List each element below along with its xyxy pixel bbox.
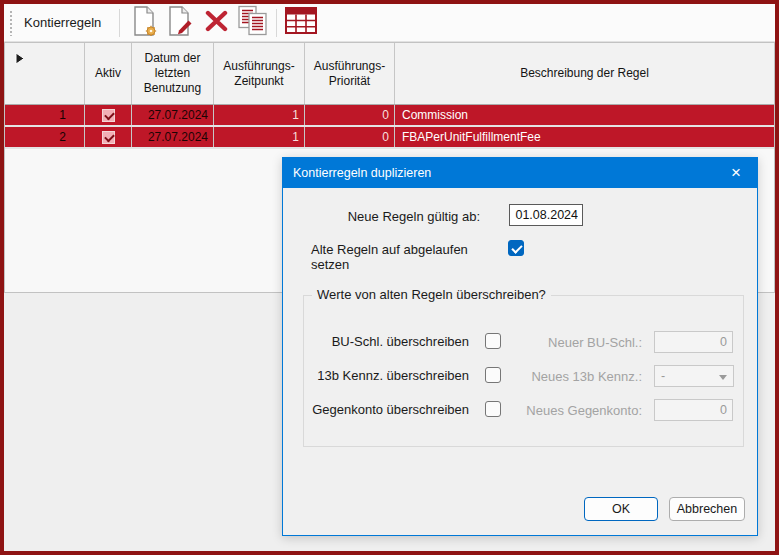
dialog-titlebar[interactable]: Kontierregeln duplizieren × (283, 158, 757, 188)
table-grid-icon (285, 7, 317, 38)
beschreibung-cell: FBAPerUnitFulfillmentFee (395, 127, 774, 147)
row-number: 1 (5, 105, 85, 125)
delete-icon (205, 10, 228, 36)
new-document-icon (131, 6, 158, 40)
column-header-prioritaet[interactable]: Ausführungs-Priorität (305, 43, 395, 104)
datum-cell: 27.07.2024 (132, 105, 214, 125)
bu-value-label: Neuer BU-Schl.: (499, 335, 642, 350)
gegenkonto-value-input (654, 399, 733, 421)
aktiv-cell[interactable] (85, 127, 132, 147)
toolbar-title: Kontierregeln (24, 15, 101, 30)
dialog-title: Kontierregeln duplizieren (293, 166, 431, 180)
prioritaet-cell: 0 (305, 105, 395, 125)
zeitpunkt-cell: 1 (214, 127, 305, 147)
bu-overwrite-label: BU-Schl. überschreiben (304, 334, 469, 349)
cancel-button[interactable]: Abbrechen (669, 497, 745, 521)
zeitpunkt-cell: 1 (214, 105, 305, 125)
duplicate-rules-button[interactable] (234, 6, 270, 40)
bu-value-input (654, 331, 733, 353)
edit-document-icon (167, 6, 194, 40)
kennz13b-value-dropdown: - (654, 365, 734, 387)
toolbar-separator (119, 9, 120, 37)
toolbar-grip-handle[interactable] (9, 10, 14, 36)
table-view-button[interactable] (283, 6, 319, 40)
delete-rule-button[interactable] (198, 6, 234, 40)
expire-old-checkbox[interactable] (508, 240, 524, 256)
column-header-beschreibung[interactable]: Beschreibung der Regel (395, 43, 774, 104)
kennz13b-overwrite-label: 13b Kennz. überschreiben (304, 368, 469, 383)
toolbar: Kontierregeln (4, 4, 775, 42)
duplicate-documents-icon (237, 5, 268, 40)
table-row[interactable]: 1 27.07.2024 1 0 Commission (5, 105, 774, 127)
app-window: Kontierregeln (0, 0, 779, 555)
close-icon: × (731, 163, 741, 183)
column-header-zeitpunkt[interactable]: Ausführungs-Zeitpunkt (214, 43, 305, 104)
checked-checkbox-icon (102, 109, 115, 122)
expire-old-label: Alte Regeln auf abgelaufen setzen (311, 242, 501, 272)
dropdown-selected-value: - (661, 369, 665, 383)
grid-header-row: Aktiv Datum der letzten Benutzung Ausfüh… (5, 43, 774, 105)
new-rule-button[interactable] (126, 6, 162, 40)
valid-from-input[interactable] (509, 204, 583, 226)
checked-checkbox-icon (102, 131, 115, 144)
datum-cell: 27.07.2024 (132, 127, 214, 147)
valid-from-label: Neue Regeln gültig ab: (303, 209, 480, 224)
chevron-down-icon (719, 375, 727, 380)
ok-button[interactable]: OK (584, 497, 658, 521)
aktiv-cell[interactable] (85, 105, 132, 125)
close-button[interactable]: × (715, 158, 757, 188)
overwrite-group-legend: Werte von alten Regeln überschreiben? (312, 287, 551, 302)
toolbar-separator (276, 9, 277, 37)
kennz13b-value-label: Neues 13b Kennz.: (499, 369, 642, 384)
duplicate-rules-dialog: Kontierregeln duplizieren × Neue Regeln … (282, 157, 758, 536)
edit-rule-button[interactable] (162, 6, 198, 40)
overwrite-group: Werte von alten Regeln überschreiben? BU… (303, 295, 744, 447)
gegenkonto-value-label: Neues Gegenkonto: (499, 403, 642, 418)
table-row[interactable]: 2 27.07.2024 1 0 FBAPerUnitFulfillmentFe… (5, 127, 774, 149)
column-header-aktiv[interactable]: Aktiv (85, 43, 132, 104)
gegenkonto-overwrite-label: Gegenkonto überschreiben (304, 402, 469, 417)
beschreibung-cell: Commission (395, 105, 774, 125)
row-number: 2 (5, 127, 85, 147)
column-header-datum[interactable]: Datum der letzten Benutzung (132, 43, 214, 104)
prioritaet-cell: 0 (305, 127, 395, 147)
